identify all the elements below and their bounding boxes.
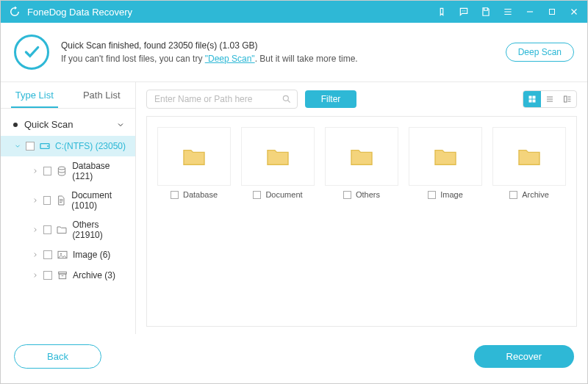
recover-button[interactable]: Recover [474,345,574,368]
checkbox[interactable] [43,196,51,205]
disk-icon [39,140,51,152]
folder-item[interactable]: Archive [492,127,566,316]
folder-label: Others [356,190,380,199]
checkbox[interactable] [253,191,261,199]
app-logo-icon [8,5,21,18]
folder-icon [409,127,482,186]
svg-rect-13 [529,96,532,99]
footer: Back Recover [1,334,587,383]
folder-icon [56,224,68,236]
document-icon [55,195,67,206]
maximize-icon[interactable] [546,6,558,18]
svg-rect-15 [529,100,532,103]
search-box [146,90,298,109]
titlebar-controls [436,6,580,18]
tree-item-label: Document (1010) [71,190,128,211]
checkbox[interactable] [509,191,517,199]
tree-item-others[interactable]: Others (21910) [1,215,135,244]
status-line1-suffix: ) [255,40,258,51]
status-line1-prefix: Quick Scan finished, found [61,40,168,51]
checkbox[interactable] [171,191,179,199]
search-icon [282,94,292,104]
svg-point-4 [13,123,18,127]
checkbox[interactable] [43,271,52,280]
folder-icon [157,127,231,186]
checkbox[interactable] [43,225,51,234]
svg-rect-3 [550,10,555,15]
folder-icon [241,127,315,186]
svg-rect-16 [533,100,536,103]
database-icon [56,165,68,177]
back-button[interactable]: Back [14,344,101,369]
menu-icon[interactable] [502,6,514,18]
view-detail-button[interactable] [559,91,576,107]
tab-type-list[interactable]: Type List [1,82,68,108]
folder-label: Archive [522,190,549,199]
folder-label: Document [265,190,302,199]
status-line2-suffix: . But it will take more time. [255,54,358,64]
checkbox[interactable] [343,191,351,199]
tree-quick-scan[interactable]: Quick Scan [1,113,135,136]
svg-point-7 [59,167,65,170]
status-size: 1.03 GB [222,40,254,51]
deep-scan-link[interactable]: "Deep Scan" [205,54,255,64]
checkbox[interactable] [428,191,436,199]
folder-item[interactable]: Database [157,127,231,316]
view-list-button[interactable] [541,91,559,107]
status-bar: Quick Scan finished, found 23050 file(s)… [1,23,587,82]
folder-item[interactable]: Image [409,127,482,316]
svg-point-6 [47,145,49,147]
chevron-down-icon[interactable] [116,120,125,129]
tree-item-label: Archive (3) [73,270,115,280]
search-input[interactable] [146,90,298,109]
filter-button[interactable]: Filter [305,90,357,108]
tree-item-archive[interactable]: Archive (3) [1,265,135,286]
chevron-down-icon [14,142,21,150]
close-icon[interactable] [568,6,580,18]
folder-icon [325,127,398,186]
app-title: FoneDog Data Recovery [27,7,436,18]
sidebar-tabs: Type List Path List [1,82,135,109]
svg-rect-17 [564,96,567,102]
tree-item-image[interactable]: Image (6) [1,244,135,265]
svg-rect-11 [59,274,65,279]
checkbox[interactable] [43,250,52,259]
chat-icon[interactable] [458,6,470,18]
svg-point-0 [462,10,463,11]
svg-rect-14 [533,96,536,99]
view-toggle [523,90,577,108]
status-text: Quick Scan finished, found 23050 file(s)… [61,40,506,64]
status-file-count: 23050 [168,40,193,51]
checkbox[interactable] [43,167,51,175]
tab-path-list[interactable]: Path List [68,82,136,108]
chevron-right-icon [32,251,39,258]
save-icon[interactable] [480,6,492,18]
checkbox[interactable] [26,142,35,151]
tree-item-database[interactable]: Database (121) [1,156,135,186]
archive-icon [57,269,68,281]
folder-icon [492,127,566,186]
view-grid-button[interactable] [523,91,541,107]
svg-point-1 [463,10,464,11]
folder-label: Image [440,190,463,199]
tree-item-document[interactable]: Document (1010) [1,186,135,215]
tree-drive[interactable]: C:(NTFS) (23050) [1,136,135,156]
feedback-icon[interactable] [436,6,448,18]
titlebar: FoneDog Data Recovery [1,1,587,23]
quick-scan-label: Quick Scan [24,119,73,130]
deep-scan-button[interactable]: Deep Scan [506,43,574,62]
folder-item[interactable]: Document [241,127,315,316]
chevron-right-icon [32,226,39,233]
tree-item-label: Database (121) [72,161,128,181]
folder-label: Database [183,190,218,199]
status-line1-mid: file(s) ( [193,40,222,51]
tree: Quick Scan C:(NTFS) (23050) Database (12… [1,109,135,334]
status-line2-prefix: If you can't find lost files, you can tr… [61,54,205,64]
chevron-right-icon [32,197,39,204]
chevron-right-icon [32,272,39,279]
folder-item[interactable]: Others [325,127,398,316]
minimize-icon[interactable] [524,6,536,18]
tree-item-label: Others (21910) [72,220,128,240]
svg-point-12 [283,95,288,101]
content-area: Filter Database Document Others [136,82,587,334]
